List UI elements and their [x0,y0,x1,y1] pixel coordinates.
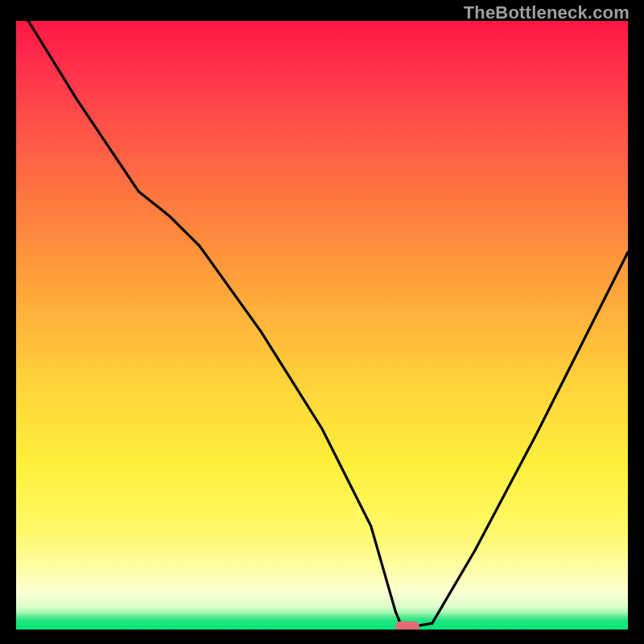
optimal-marker [395,621,419,630]
bottleneck-curve [16,21,628,630]
plot-area [16,21,628,630]
curve-path [28,21,628,626]
chart-frame: TheBottleneck.com [0,0,644,644]
